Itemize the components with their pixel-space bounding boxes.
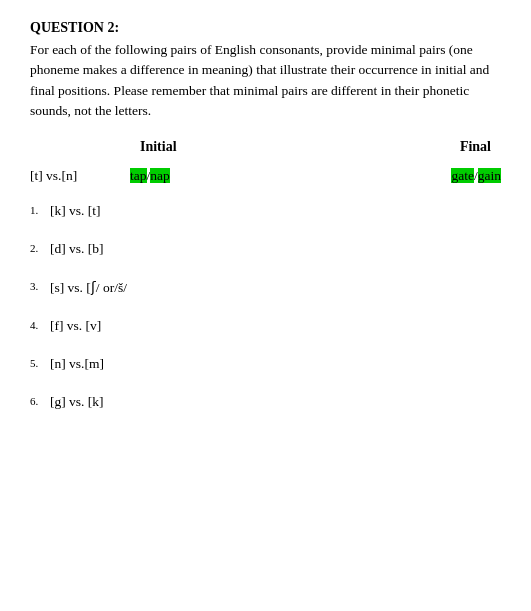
row-phoneme-pair: [f] vs. [v]: [50, 318, 501, 334]
row-number: 1.: [30, 203, 50, 216]
answer-row: 1.[k] vs. [t]: [30, 203, 501, 219]
row-phoneme-pair: [g] vs. [k]: [50, 394, 501, 410]
answer-row: 3.[s] vs. [ʃ/ or/š/: [30, 279, 501, 296]
example-initial-words: tap/nap: [130, 168, 170, 184]
row-number: 4.: [30, 318, 50, 331]
answer-row: 6.[g] vs. [k]: [30, 394, 501, 410]
example-phoneme: [t] vs.[n]: [30, 168, 130, 184]
example-row: [t] vs.[n] tap/nap gate/gain: [30, 165, 501, 187]
row-phoneme-pair: [k] vs. [t]: [50, 203, 501, 219]
answer-rows-container: 1.[k] vs. [t]2.[d] vs. [b]3.[s] vs. [ʃ/ …: [30, 203, 501, 410]
example-initial-highlight-t: tap: [130, 168, 147, 183]
row-phoneme-pair: [n] vs.[m]: [50, 356, 501, 372]
row-number: 5.: [30, 356, 50, 369]
row-number: 3.: [30, 279, 50, 292]
answer-row: 2.[d] vs. [b]: [30, 241, 501, 257]
initial-column-label: Initial: [140, 139, 177, 155]
question-description: For each of the following pairs of Engli…: [30, 40, 501, 121]
example-final-highlight-gate: gate: [451, 168, 474, 183]
example-final-words: gate/gain: [451, 168, 501, 184]
row-phoneme-pair: [s] vs. [ʃ/ or/š/: [50, 279, 501, 296]
example-initial-highlight-n: nap: [150, 168, 170, 183]
example-final-highlight-gain: gain: [478, 168, 501, 183]
final-column-label: Final: [460, 139, 491, 155]
columns-header: Initial Final: [30, 139, 501, 163]
row-number: 2.: [30, 241, 50, 254]
row-phoneme-pair: [d] vs. [b]: [50, 241, 501, 257]
row-number: 6.: [30, 394, 50, 407]
answer-row: 5.[n] vs.[m]: [30, 356, 501, 372]
question-title: QUESTION 2:: [30, 20, 501, 36]
answer-row: 4.[f] vs. [v]: [30, 318, 501, 334]
